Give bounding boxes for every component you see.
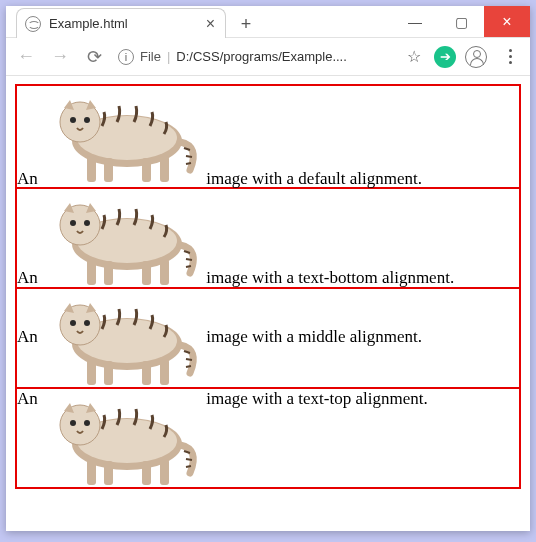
address-bar: ← → ⟳ i File | D:/CSS/programs/Example..… [6,38,530,76]
svg-point-39 [84,420,90,426]
star-icon: ☆ [407,47,421,66]
svg-rect-3 [104,158,113,182]
example-box: An image with a text-top alignment. [15,387,521,489]
example-text-post: image with a default alignment. [206,169,422,188]
extension-badge[interactable]: ➔ [434,46,456,68]
svg-point-18 [70,220,76,226]
example-text-post: image with a text-bottom alignment. [206,268,454,287]
svg-rect-23 [104,361,113,385]
back-button[interactable]: ← [12,43,40,71]
window-close-button[interactable]: × [484,6,530,37]
profile-button[interactable] [462,43,490,71]
svg-point-9 [84,117,90,123]
svg-rect-32 [87,459,96,485]
url-box[interactable]: i File | D:/CSS/programs/Example.... [114,49,394,65]
svg-point-19 [84,220,90,226]
url-scheme: File [140,49,161,64]
svg-point-8 [70,117,76,123]
tab-title: Example.html [49,16,198,31]
svg-rect-22 [87,359,96,385]
svg-rect-12 [87,259,96,285]
svg-point-28 [70,320,76,326]
svg-rect-15 [160,259,169,285]
info-icon[interactable]: i [118,49,134,65]
svg-rect-5 [160,156,169,182]
page-content: An image with a default alignment.An ima… [6,76,530,531]
tiger-image [42,289,202,387]
example-text-pre: An [17,327,38,346]
svg-rect-2 [87,156,96,182]
tiger-image [42,389,202,487]
tiger-image [42,189,202,287]
example-box: An image with a middle alignment. [15,287,521,389]
minimize-button[interactable]: — [392,6,438,37]
svg-rect-25 [160,359,169,385]
tab-active[interactable]: Example.html × [16,8,226,38]
example-text-post: image with a text-top alignment. [206,389,427,408]
url-divider: | [167,49,170,64]
reload-button[interactable]: ⟳ [80,43,108,71]
svg-point-29 [84,320,90,326]
svg-rect-35 [160,459,169,485]
svg-rect-24 [142,361,151,385]
example-text-pre: An [17,389,38,408]
svg-rect-13 [104,261,113,285]
svg-rect-34 [142,461,151,485]
tiger-image [42,86,202,184]
svg-rect-14 [142,261,151,285]
titlebar: Example.html × + — ▢ × [6,6,530,38]
example-text-post: image with a middle alignment. [206,327,422,346]
example-text-pre: An [17,169,38,188]
browser-window: Example.html × + — ▢ × ← → ⟳ i File | D:… [6,6,530,531]
svg-point-38 [70,420,76,426]
svg-rect-4 [142,158,151,182]
globe-icon [25,16,41,32]
avatar-icon [465,46,487,68]
bookmark-button[interactable]: ☆ [400,43,428,71]
svg-rect-33 [104,461,113,485]
tabstrip: Example.html × + [6,5,260,38]
close-icon[interactable]: × [206,16,215,32]
example-box: An image with a text-bottom alignment. [15,187,521,289]
maximize-button[interactable]: ▢ [438,6,484,37]
example-box: An image with a default alignment. [15,84,521,189]
example-text-pre: An [17,268,38,287]
browser-menu-button[interactable] [496,43,524,71]
forward-button[interactable]: → [46,43,74,71]
new-tab-button[interactable]: + [232,10,260,38]
url-path: D:/CSS/programs/Example.... [176,49,347,64]
